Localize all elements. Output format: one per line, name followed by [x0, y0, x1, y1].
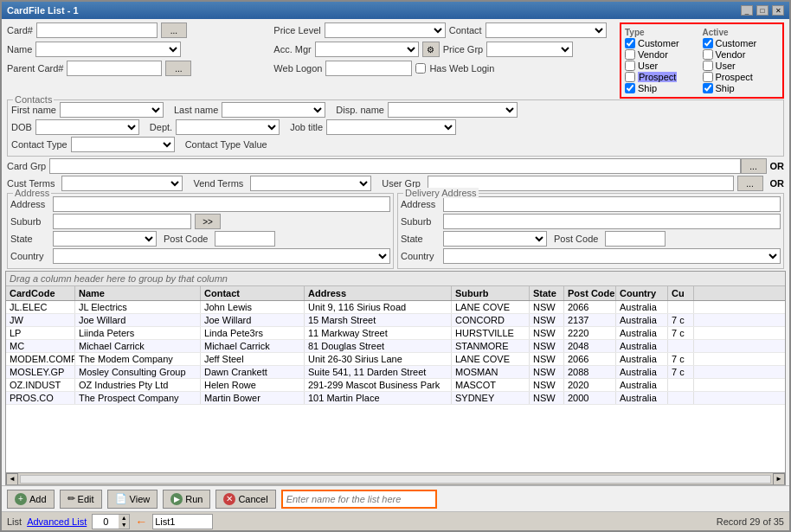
col-state-header[interactable]: State: [530, 286, 564, 300]
job-title-select[interactable]: [326, 119, 456, 135]
cell-address: 15 Marsh Street: [305, 314, 452, 326]
acc-mgr-select[interactable]: [315, 42, 419, 57]
dept-select[interactable]: [176, 119, 280, 135]
spinner-down-button[interactable]: ▼: [119, 522, 129, 529]
address-section-label: Address: [13, 188, 51, 198]
col-address-header[interactable]: Address: [305, 286, 452, 300]
type-customer-checkbox[interactable]: [625, 38, 635, 48]
address-input-right[interactable]: [443, 196, 781, 212]
spinner-input[interactable]: [93, 515, 119, 529]
advanced-list-link[interactable]: Advanced List: [27, 516, 87, 527]
table-row[interactable]: MC Michael Carrick Michael Carrick 81 Do…: [6, 340, 785, 353]
table-row[interactable]: JW Joe Willard Joe Willard 15 Marsh Stre…: [6, 314, 785, 327]
card-grp-input[interactable]: [49, 158, 740, 174]
edit-button[interactable]: ✏ Edit: [60, 490, 102, 509]
price-level-select[interactable]: [325, 22, 446, 38]
maximize-button[interactable]: □: [756, 5, 768, 16]
cell-country: Australia: [616, 327, 668, 339]
country-select-left[interactable]: [53, 248, 390, 264]
scroll-right-button[interactable]: ►: [773, 473, 785, 485]
minimize-button[interactable]: _: [741, 5, 753, 16]
list1-input[interactable]: [152, 514, 213, 529]
table-row[interactable]: PROS.CO The Prospect Company Martin Bowe…: [6, 392, 785, 405]
table-row[interactable]: MODEM.COMP The Modem Company Jeff Steel …: [6, 353, 785, 366]
table-row[interactable]: MOSLEY.GP Mosley Consulting Group Dawn C…: [6, 366, 785, 379]
active-customer: Customer: [703, 38, 780, 48]
last-name-select[interactable]: [222, 102, 325, 118]
disp-name-select[interactable]: [388, 102, 518, 118]
scroll-left-button[interactable]: ◄: [6, 473, 18, 485]
active-user-checkbox[interactable]: [703, 61, 713, 71]
has-web-login-checkbox[interactable]: [415, 63, 426, 74]
col-country-header[interactable]: Country: [616, 286, 668, 300]
dob-select[interactable]: [35, 119, 139, 135]
col-cu-header[interactable]: Cu: [668, 286, 694, 300]
col-suburb-header[interactable]: Suburb: [452, 286, 530, 300]
scroll-track[interactable]: [20, 475, 771, 484]
col-cardcode-header[interactable]: CardCode: [6, 286, 75, 300]
active-user-label: User: [716, 61, 736, 71]
table-row[interactable]: LP Liinda Peters Linda Pete3rs 11 Markwa…: [6, 327, 785, 340]
cell-postcode: 2137: [564, 314, 616, 326]
suburb-input-left[interactable]: [53, 214, 191, 229]
type-vendor-checkbox[interactable]: [625, 49, 635, 60]
type-prospect-checkbox[interactable]: [625, 72, 635, 82]
close-button[interactable]: ✕: [772, 5, 784, 16]
price-grp-select[interactable]: [486, 42, 573, 57]
name-select[interactable]: [35, 42, 181, 57]
address-input-left[interactable]: [53, 196, 390, 212]
add-button[interactable]: + Add: [7, 490, 55, 509]
acc-mgr-dots-button[interactable]: ⚙: [422, 42, 440, 57]
active-vendor-checkbox[interactable]: [703, 49, 713, 60]
active-prospect-checkbox[interactable]: [703, 72, 713, 82]
first-name-select[interactable]: [60, 102, 164, 118]
active-prospect: Prospect: [703, 72, 780, 82]
col-contact-header[interactable]: Contact: [201, 286, 305, 300]
cust-terms-select[interactable]: [61, 176, 183, 191]
card-input[interactable]: [36, 22, 158, 38]
list-name-input[interactable]: [281, 490, 437, 509]
titlebar-controls: _ □ ✕: [741, 5, 784, 16]
active-ship-checkbox[interactable]: [703, 83, 713, 93]
active-ship: Ship: [703, 83, 780, 93]
parent-card-row: Parent Card# ...: [7, 61, 270, 76]
state-select-left[interactable]: [53, 231, 157, 247]
acc-mgr-row: Acc. Mgr ⚙ Price Grp: [273, 42, 616, 57]
parent-card-input[interactable]: [67, 61, 162, 76]
type-prospect: Prospect: [625, 72, 702, 82]
table-row[interactable]: JL.ELEC JL Electrics John Lewis Unit 9, …: [6, 301, 785, 314]
suburb-label-right: Suburb: [401, 216, 440, 227]
card-dots-button[interactable]: ...: [161, 22, 187, 38]
view-button[interactable]: 📄 View: [107, 490, 158, 509]
contacts-row2: DOB Dept. Job title: [11, 119, 780, 135]
cell-contact: Joe Willard: [201, 314, 305, 326]
state-select-right[interactable]: [443, 231, 547, 247]
suburb-input-right[interactable]: [443, 214, 781, 229]
double-arrow-button[interactable]: >>: [195, 214, 221, 229]
cell-state: NSW: [530, 301, 564, 313]
country-label-left: Country: [10, 251, 49, 261]
type-ship-checkbox[interactable]: [625, 83, 635, 93]
cell-address: Unit 26-30 Sirius Lane: [305, 353, 452, 365]
table-row[interactable]: OZ.INDUST OZ Industries Pty Ltd Helen Ro…: [6, 379, 785, 392]
spinner-up-button[interactable]: ▲: [119, 515, 129, 522]
cancel-button[interactable]: ✕ Cancel: [215, 490, 275, 509]
parent-card-dots-button[interactable]: ...: [165, 61, 191, 76]
horizontal-scrollbar[interactable]: ◄ ►: [6, 472, 785, 484]
vend-terms-select[interactable]: [250, 176, 371, 191]
user-grp-dots-button[interactable]: ...: [737, 176, 763, 191]
country-select-right[interactable]: [443, 248, 781, 264]
type-user-checkbox[interactable]: [625, 61, 635, 71]
type-vendor-label: Vendor: [638, 49, 668, 60]
contact-type-select[interactable]: [71, 137, 175, 152]
web-logon-input[interactable]: [325, 61, 412, 76]
col-postcode-header[interactable]: Post Code: [564, 286, 616, 300]
card-grp-dots-button[interactable]: ...: [741, 158, 767, 174]
contact-select[interactable]: [486, 22, 607, 38]
active-customer-checkbox[interactable]: [703, 38, 713, 48]
col-name-header[interactable]: Name: [75, 286, 201, 300]
record-info: Record 29 of 35: [717, 516, 784, 527]
run-button[interactable]: ▶ Run: [163, 490, 210, 509]
post-code-input-left[interactable]: [215, 231, 275, 247]
post-code-input-right[interactable]: [605, 231, 666, 247]
